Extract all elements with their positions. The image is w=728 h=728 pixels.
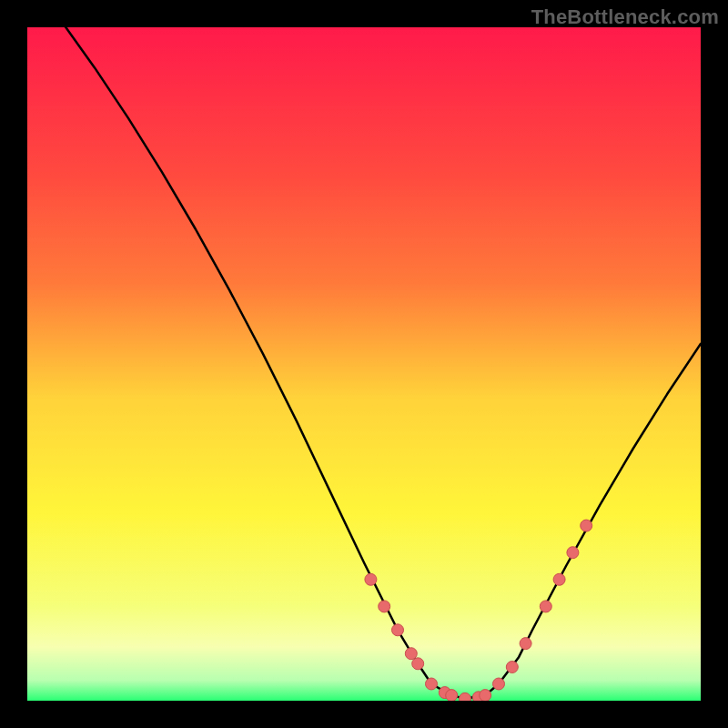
highlight-dot [412, 658, 424, 670]
highlight-dot [540, 601, 551, 612]
highlight-dot [520, 638, 531, 650]
highlight-dot [379, 601, 390, 612]
gradient-bg [27, 27, 701, 701]
highlight-dot [460, 693, 471, 701]
highlight-dot [506, 662, 518, 673]
highlight-dot [446, 690, 458, 701]
plot-svg [27, 27, 701, 701]
highlight-dot [553, 573, 565, 585]
highlight-dot [493, 678, 505, 690]
highlight-dot [365, 573, 377, 585]
highlight-dot [405, 648, 417, 660]
highlight-dot [480, 690, 491, 701]
highlight-dot [581, 520, 592, 531]
highlight-dot [392, 624, 404, 636]
watermark-text: TheBottleneck.com [531, 5, 719, 29]
highlight-dot [567, 547, 579, 559]
plot-area [27, 27, 701, 701]
highlight-dot [426, 678, 438, 690]
chart-frame: TheBottleneck.com [0, 0, 728, 728]
